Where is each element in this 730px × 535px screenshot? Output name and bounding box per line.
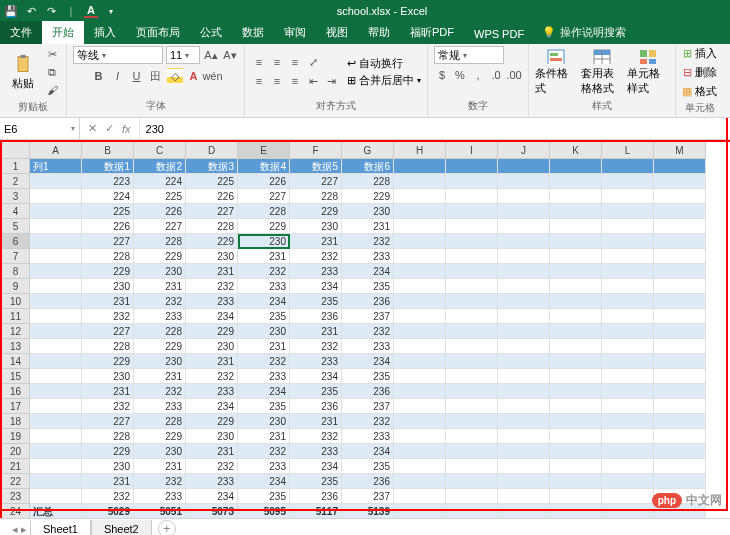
cell[interactable] [30, 219, 82, 234]
cell[interactable]: 235 [238, 489, 290, 504]
cell[interactable]: 234 [342, 444, 394, 459]
sheet-tab-2[interactable]: Sheet2 [91, 520, 152, 536]
cell[interactable]: 232 [82, 489, 134, 504]
cell[interactable] [30, 429, 82, 444]
cell[interactable] [30, 459, 82, 474]
cell[interactable] [654, 339, 706, 354]
cell[interactable]: 228 [82, 429, 134, 444]
cell[interactable] [498, 234, 550, 249]
font-size-combo[interactable]: 11▾ [166, 46, 200, 64]
cell[interactable]: 234 [342, 354, 394, 369]
cell[interactable]: 227 [82, 324, 134, 339]
cell[interactable]: 229 [186, 234, 238, 249]
cell[interactable] [602, 384, 654, 399]
cell[interactable] [394, 354, 446, 369]
cell[interactable] [446, 489, 498, 504]
cell[interactable] [550, 339, 602, 354]
cell[interactable]: 228 [134, 414, 186, 429]
tab-file[interactable]: 文件 [0, 21, 42, 44]
cell[interactable]: 230 [238, 324, 290, 339]
cell[interactable] [654, 189, 706, 204]
cell[interactable]: 232 [134, 474, 186, 489]
cell[interactable]: 233 [186, 474, 238, 489]
tab-home[interactable]: 开始 [42, 21, 84, 44]
cell[interactable]: 数据3 [186, 159, 238, 174]
align-top-icon[interactable]: ≡ [251, 54, 267, 70]
cell[interactable] [550, 354, 602, 369]
cell[interactable] [446, 339, 498, 354]
cell[interactable] [446, 459, 498, 474]
cell[interactable] [602, 399, 654, 414]
comma-icon[interactable]: , [470, 67, 486, 83]
cell[interactable] [446, 429, 498, 444]
row-header[interactable]: 23 [2, 489, 30, 504]
font-color-button[interactable]: A [186, 68, 202, 84]
tell-me-search[interactable]: 💡 操作说明搜索 [534, 21, 634, 44]
cell[interactable]: 231 [290, 324, 342, 339]
cell[interactable] [498, 189, 550, 204]
cell[interactable] [498, 294, 550, 309]
cell[interactable] [446, 174, 498, 189]
cell[interactable]: 236 [342, 294, 394, 309]
cell[interactable]: 230 [82, 459, 134, 474]
format-painter-icon[interactable]: 🖌 [44, 82, 60, 98]
cell[interactable]: 233 [342, 429, 394, 444]
cell[interactable]: 229 [134, 249, 186, 264]
cell[interactable] [498, 429, 550, 444]
cell[interactable]: 228 [238, 204, 290, 219]
cell[interactable]: 数据1 [82, 159, 134, 174]
cell[interactable] [446, 474, 498, 489]
cell[interactable] [30, 174, 82, 189]
formula-input[interactable]: 230 [140, 123, 730, 135]
dec-decimal-icon[interactable]: .00 [506, 67, 522, 83]
cell[interactable]: 230 [342, 204, 394, 219]
cell[interactable] [498, 219, 550, 234]
cell[interactable]: 235 [342, 369, 394, 384]
column-header[interactable]: I [446, 142, 498, 159]
cell[interactable]: 234 [290, 369, 342, 384]
cell[interactable]: 226 [82, 219, 134, 234]
cell[interactable]: 227 [238, 189, 290, 204]
cell[interactable]: 234 [186, 489, 238, 504]
cell[interactable] [446, 384, 498, 399]
cell[interactable]: 229 [82, 264, 134, 279]
cell[interactable] [654, 249, 706, 264]
align-center-icon[interactable]: ≡ [269, 73, 285, 89]
cell[interactable]: 235 [342, 459, 394, 474]
row-header[interactable]: 17 [2, 399, 30, 414]
cut-icon[interactable]: ✂ [44, 46, 60, 62]
conditional-format-button[interactable]: 条件格式 [535, 48, 577, 96]
cell[interactable] [654, 384, 706, 399]
cell[interactable]: 231 [290, 414, 342, 429]
cell[interactable] [654, 174, 706, 189]
cell[interactable] [602, 234, 654, 249]
cell[interactable] [394, 309, 446, 324]
name-box[interactable]: E6▾ [0, 118, 80, 139]
cell[interactable]: 5051 [134, 504, 186, 518]
cell[interactable] [550, 384, 602, 399]
cell[interactable]: 5117 [290, 504, 342, 518]
row-header[interactable]: 13 [2, 339, 30, 354]
cell[interactable] [550, 219, 602, 234]
cell[interactable] [30, 324, 82, 339]
cell[interactable] [602, 459, 654, 474]
cell[interactable]: 229 [186, 324, 238, 339]
cell[interactable] [550, 159, 602, 174]
cell[interactable] [550, 174, 602, 189]
cell[interactable]: 230 [238, 414, 290, 429]
grow-font-icon[interactable]: A▴ [203, 47, 219, 63]
cell[interactable] [602, 294, 654, 309]
cell[interactable]: 5095 [238, 504, 290, 518]
merge-center-button[interactable]: ⊞合并后居中▾ [347, 73, 421, 88]
wrap-text-button[interactable]: ↩自动换行 [347, 56, 421, 71]
cell[interactable] [550, 279, 602, 294]
cell[interactable] [394, 489, 446, 504]
cell[interactable] [446, 294, 498, 309]
cell[interactable]: 229 [186, 414, 238, 429]
cell[interactable] [30, 189, 82, 204]
cell[interactable] [602, 339, 654, 354]
cell[interactable] [602, 489, 654, 504]
cell[interactable]: 232 [186, 369, 238, 384]
cell[interactable] [550, 324, 602, 339]
column-header[interactable]: A [30, 142, 82, 159]
